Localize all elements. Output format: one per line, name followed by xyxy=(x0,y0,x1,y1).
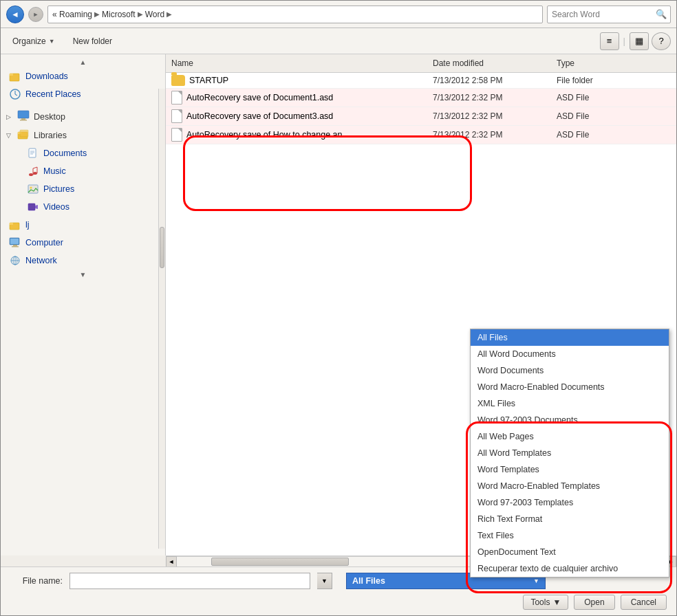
sidebar-scroll-thumb[interactable] xyxy=(160,227,164,268)
organize-button[interactable]: Organize ▼ xyxy=(6,33,61,50)
breadcrumb-microsoft[interactable]: Microsoft xyxy=(102,10,136,19)
svg-rect-5 xyxy=(18,111,29,118)
file-row-autorecovery1[interactable]: AutoRecovery save of Document1.asd 7/13/… xyxy=(166,89,676,107)
sidebar-item-network[interactable]: Network xyxy=(1,252,165,270)
column-date-modified[interactable]: Date modified xyxy=(427,57,551,69)
sidebar-item-computer[interactable]: Computer xyxy=(1,234,165,252)
doc-icon-autorecovery1 xyxy=(171,91,182,104)
column-name[interactable]: Name xyxy=(166,57,427,69)
back-button[interactable]: ◄ xyxy=(6,6,24,23)
filetype-menu-item-all-word-templates[interactable]: All Word Templates xyxy=(471,445,669,461)
sidebar-item-libraries[interactable]: ▽ Libraries xyxy=(1,126,165,144)
svg-rect-23 xyxy=(28,204,35,210)
filetype-menu-item-word-documents[interactable]: Word Documents xyxy=(471,362,669,379)
desktop-icon xyxy=(17,110,30,123)
sidebar-scroll-down[interactable]: ▼ xyxy=(1,270,165,280)
file-name-autorecovery-how: AutoRecovery save of How to change an. xyxy=(186,130,345,140)
file-name-cell-autorecovery3: AutoRecovery save of Document3.asd xyxy=(166,109,427,123)
sidebar-libraries-children: Documents Music xyxy=(1,144,165,216)
cancel-button[interactable]: Cancel xyxy=(621,595,667,610)
filetype-menu-item-all-files[interactable]: All Files xyxy=(471,329,669,346)
file-type-autorecovery-how: ASD File xyxy=(551,130,676,140)
breadcrumb-roaming[interactable]: « Roaming xyxy=(52,10,92,19)
sidebar-label-music: Music xyxy=(43,166,66,176)
filename-input[interactable] xyxy=(69,573,310,589)
scroll-thumb[interactable] xyxy=(211,558,349,566)
details-view-button[interactable]: ▦ xyxy=(630,32,649,50)
forward-button[interactable]: ► xyxy=(28,7,43,22)
filetype-menu-item-word-97-2003-templates[interactable]: Word 97-2003 Templates xyxy=(471,494,669,511)
breadcrumb-arrow-2: ▶ xyxy=(138,10,143,18)
sidebar-item-videos[interactable]: Videos xyxy=(8,198,165,216)
sidebar-item-desktop[interactable]: ▷ Desktop xyxy=(1,107,165,126)
sidebar-scrollbar[interactable] xyxy=(158,89,165,549)
network-icon xyxy=(9,254,21,267)
computer-icon xyxy=(9,236,21,249)
filetype-menu-item-xml-files[interactable]: XML Files xyxy=(471,395,669,412)
open-button[interactable]: Open xyxy=(574,595,614,610)
svg-rect-28 xyxy=(10,239,19,244)
sidebar-scroll-up[interactable]: ▲ xyxy=(1,57,165,67)
file-date-autorecovery3: 7/13/2012 2:32 PM xyxy=(427,111,551,121)
sidebar-item-pictures[interactable]: Pictures xyxy=(8,180,165,198)
file-name-startup: STARTUP xyxy=(189,76,228,85)
filetype-menu-item-text-files[interactable]: Text Files xyxy=(471,527,669,544)
svg-rect-30 xyxy=(12,246,19,248)
filetype-menu-item-all-word-docs[interactable]: All Word Documents xyxy=(471,346,669,362)
file-type-autorecovery1: ASD File xyxy=(551,93,676,102)
filetype-menu: All Files All Word Documents Word Docume… xyxy=(470,329,669,578)
breadcrumb-item-word: Word xyxy=(145,10,164,19)
filetype-menu-item-word-macro-enabled[interactable]: Word Macro-Enabled Documents xyxy=(471,379,669,395)
new-folder-button[interactable]: New folder xyxy=(67,33,118,50)
desktop-expand-icon: ▷ xyxy=(6,113,13,120)
sidebar-item-documents[interactable]: Documents xyxy=(8,144,165,162)
file-row-autorecovery3[interactable]: AutoRecovery save of Document3.asd 7/13/… xyxy=(166,107,676,126)
file-type-startup: File folder xyxy=(551,76,676,85)
filetype-menu-item-recuperar-texto[interactable]: Recuperar texto de cualquier archivo xyxy=(471,560,669,577)
help-button[interactable]: ? xyxy=(652,32,671,50)
svg-point-22 xyxy=(30,187,32,189)
libraries-icon xyxy=(17,129,30,142)
tools-button[interactable]: Tools ▼ xyxy=(523,595,568,610)
sidebar-item-downloads[interactable]: Downloads xyxy=(1,67,165,85)
file-row-startup[interactable]: STARTUP 7/13/2012 2:58 PM File folder xyxy=(166,73,676,89)
breadcrumb-item-microsoft: Microsoft xyxy=(102,10,136,19)
breadcrumb-arrow-3: ▶ xyxy=(166,10,172,18)
dialog-window: ◄ ► « Roaming ▶ Microsoft ▶ Word ▶ 🔍 Org… xyxy=(0,0,677,616)
file-list-header: Name Date modified Type xyxy=(166,54,676,73)
svg-point-15 xyxy=(29,173,33,176)
toolbar-right: ≡ | ▦ ? xyxy=(600,32,671,50)
filetype-menu-item-opendocument-text[interactable]: OpenDocument Text xyxy=(471,544,669,560)
search-input[interactable] xyxy=(547,6,671,23)
file-row-autorecovery-how[interactable]: AutoRecovery save of How to change an. 7… xyxy=(166,126,676,144)
sidebar: ▲ Downloads xyxy=(1,54,166,556)
svg-rect-10 xyxy=(20,130,28,137)
details-view-icon: ▦ xyxy=(635,36,643,46)
scroll-left-button[interactable]: ◄ xyxy=(166,556,177,567)
sidebar-label-desktop: Desktop xyxy=(34,112,65,122)
filetype-menu-item-rich-text-format[interactable]: Rich Text Format xyxy=(471,511,669,527)
pictures-icon xyxy=(27,183,39,195)
breadcrumb-bar: « Roaming ▶ Microsoft ▶ Word ▶ xyxy=(47,6,543,23)
organize-dropdown-arrow: ▼ xyxy=(49,38,55,45)
sidebar-item-recent-places[interactable]: Recent Places xyxy=(1,85,165,103)
column-type[interactable]: Type xyxy=(551,57,676,69)
filename-dropdown-button[interactable]: ▼ xyxy=(317,573,332,589)
file-name-autorecovery1: AutoRecovery save of Document1.asd xyxy=(186,93,333,102)
breadcrumb-word[interactable]: Word xyxy=(145,10,164,19)
help-icon: ? xyxy=(658,36,663,46)
breadcrumb-item: « Roaming xyxy=(52,10,92,19)
filetype-menu-item-all-web-pages[interactable]: All Web Pages xyxy=(471,428,669,445)
filetype-menu-item-word-97-2003[interactable]: Word 97-2003 Documents xyxy=(471,412,669,428)
sidebar-item-music[interactable]: Music xyxy=(8,162,165,180)
toolbar-separator: | xyxy=(623,36,625,46)
documents-icon xyxy=(27,147,39,160)
sidebar-item-lj[interactable]: lj xyxy=(1,216,165,234)
doc-icon-autorecovery3 xyxy=(171,109,182,123)
filetype-menu-item-word-macro-enabled-templates[interactable]: Word Macro-Enabled Templates xyxy=(471,478,669,494)
filetype-menu-item-word-templates[interactable]: Word Templates xyxy=(471,461,669,478)
view-button[interactable]: ≡ xyxy=(600,32,619,50)
downloads-icon xyxy=(9,70,21,82)
filename-label: File name: xyxy=(8,576,63,586)
recent-places-icon xyxy=(9,88,21,100)
